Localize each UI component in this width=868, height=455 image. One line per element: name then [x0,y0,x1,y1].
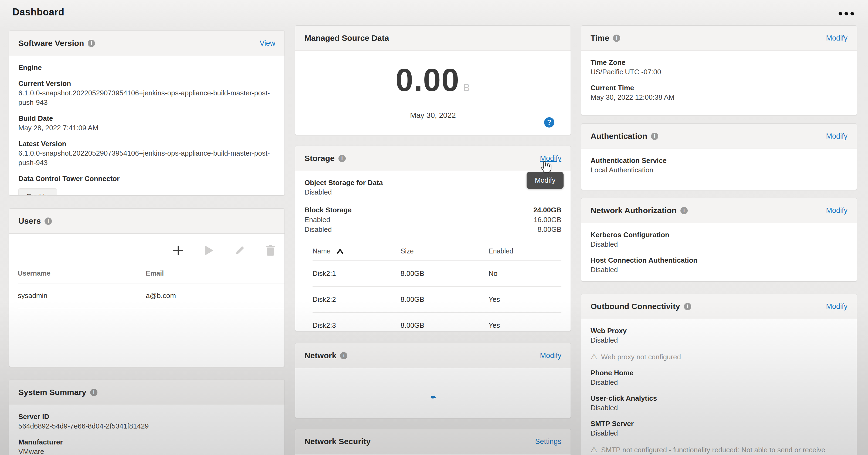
help-icon[interactable]: ? [544,117,554,127]
latest-version-value: 6.1.0.0-snapshot.20220529073954106+jenki… [18,149,275,168]
user-username-cell: sysadmin [18,283,146,308]
current-time-value: May 30, 2022 12:00:38 AM [591,93,847,102]
web-proxy-warning: ⚠ Web proxy not configured [591,352,847,362]
sort-asc-icon [337,248,344,254]
server-id-label: Server ID [18,412,275,422]
host-connection-auth-value: Disabled [591,265,847,275]
dct-connector-label: Data Control Tower Connector [18,174,275,183]
disk-name: Disk2:1 [313,269,401,278]
authentication-body: Authentication Service Local Authenticat… [581,149,857,181]
network-security-header: Network Security Settings [295,429,570,454]
user-click-analytics-value: Disabled [591,403,847,413]
disk-size: 8.00GB [401,295,489,304]
table-row: Disk2:1 8.00GB No [313,260,561,286]
storage-title: Storage [305,154,335,163]
info-icon[interactable]: i [684,303,691,310]
network-authorization-title: Network Authorization [591,206,677,215]
block-disabled-label: Disabled [305,225,332,234]
info-icon[interactable]: i [680,207,688,214]
storage-col-name[interactable]: Name [313,247,401,255]
table-row: Disk2:2 8.00GB Yes [313,286,561,312]
delete-user-button[interactable] [265,245,276,256]
modify-link[interactable]: Modify [826,34,847,42]
managed-data-date: May 30, 2022 [295,111,570,120]
more-menu-icon[interactable] [839,12,854,16]
view-link[interactable]: View [260,39,275,48]
info-icon[interactable]: i [44,218,52,225]
modify-link[interactable]: Modify [826,302,847,311]
more-menu-dot [850,12,854,16]
disk-size: 8.00GB [401,321,489,330]
network-security-card: Network Security Settings [295,429,571,455]
top-bar: Dashboard [0,0,868,25]
info-icon[interactable]: i [90,389,97,396]
cursor-hand-icon [540,161,552,175]
modify-link[interactable]: Modify [826,132,847,141]
kerberos-value: Disabled [591,240,847,249]
managed-source-data-title: Managed Source Data [305,33,389,43]
system-summary-title: System Summary [18,388,86,397]
right-column: Time i Modify Time Zone US/Pacific UTC -… [581,25,857,455]
smtp-warning: ⚠ SMTP not configured - functionality re… [591,445,847,455]
outbound-connectivity-title: Outbound Connectivity [591,302,680,311]
info-icon[interactable]: i [651,133,658,140]
system-summary-body: Server ID 564d6892-54d9-7e66-8d04-2f5341… [9,405,284,455]
engine-label: Engine [18,63,275,73]
timezone-label: Time Zone [591,58,847,67]
enable-button[interactable]: Enable [18,188,57,196]
info-icon[interactable]: i [88,40,95,47]
outbound-connectivity-card: Outbound Connectivity i Modify Web Proxy… [581,294,857,455]
page-title: Dashboard [12,6,64,18]
edit-user-button[interactable] [234,245,246,256]
time-header: Time i Modify [581,26,857,51]
dashboard-grid: Software Version i View Engine Current V… [0,25,868,455]
info-icon[interactable]: i [340,352,347,359]
authentication-card: Authentication i Modify Authentication S… [581,123,857,190]
timezone-value: US/Pacific UTC -07:00 [591,67,847,77]
table-row[interactable]: sysadmin a@b.com [18,283,284,308]
object-storage-label: Object Storage for Data [305,178,561,188]
info-icon[interactable]: i [338,155,346,162]
run-user-button[interactable] [203,245,215,256]
managed-source-data-card: Managed Source Data 0.00B May 30, 2022 ? [295,25,571,135]
network-authorization-card: Network Authorization i Modify Kerberos … [581,198,857,282]
info-icon[interactable]: i [613,35,620,42]
managed-source-data-header: Managed Source Data [295,26,570,51]
network-title: Network [305,351,336,360]
software-version-card: Software Version i View Engine Current V… [9,31,285,196]
disk-enabled: No [489,269,561,278]
smtp-server-label: SMTP Server [591,419,847,428]
user-click-analytics-label: User-click Analytics [591,394,847,403]
current-time-label: Current Time [591,83,847,93]
storage-col-size[interactable]: Size [401,247,489,255]
user-email-cell: a@b.com [146,283,284,308]
web-proxy-label: Web Proxy [591,326,847,336]
users-table: Username Email sysadmin a@b.com [9,264,284,308]
disk-size: 8.00GB [401,269,489,278]
users-header: Users i [9,208,284,234]
network-card: Network i Modify [295,343,571,418]
storage-col-enabled[interactable]: Enabled [489,247,561,255]
software-version-header: Software Version i View [9,31,284,56]
disk-enabled: Yes [489,295,561,304]
add-user-button[interactable] [172,245,184,256]
settings-link[interactable]: Settings [535,437,561,446]
object-storage-value: Disabled [305,188,561,197]
current-version-value: 6.1.0.0-snapshot.20220529073954106+jenki… [18,88,275,107]
manufacturer-label: Manufacturer [18,437,275,447]
users-col-email: Email [146,264,284,283]
storage-table-header: Name Size Enabled [313,244,561,260]
block-enabled-value: 16.00GB [534,215,561,225]
modify-link[interactable]: Modify [540,351,561,360]
managed-source-data-body: 0.00B May 30, 2022 ? [295,51,570,135]
more-menu-dot [844,12,848,16]
managed-data-number: 0.00 [395,62,460,98]
web-proxy-value: Disabled [591,336,847,345]
users-title: Users [18,217,41,226]
storage-disk-table: Name Size Enabled Disk2:1 8.00GB No [305,244,561,338]
network-authorization-body: Kerberos Configuration Disabled Host Con… [581,223,857,281]
system-summary-header: System Summary i [9,380,284,405]
storage-body: Object Storage for Data Disabled Block S… [295,171,570,345]
modify-link[interactable]: Modify [826,206,847,215]
auth-service-value: Local Authentication [591,165,847,175]
